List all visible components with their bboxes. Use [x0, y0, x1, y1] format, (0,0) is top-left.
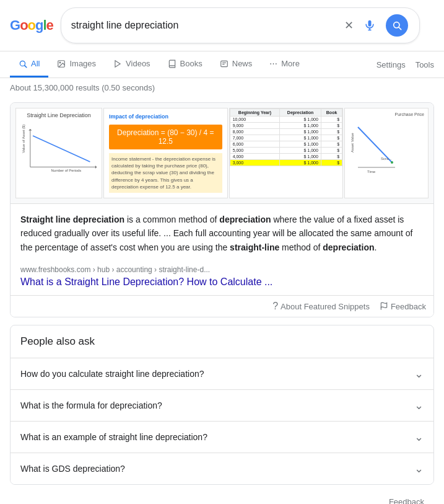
- search-icons: ✕: [343, 13, 409, 38]
- help-icon: ?: [272, 301, 278, 312]
- svg-text:Asset Value: Asset Value: [350, 133, 354, 153]
- paa-question-4: What is GDS depreciation?: [20, 464, 125, 474]
- svg-text:Scra...: Scra...: [381, 157, 392, 161]
- svg-rect-0: [368, 20, 371, 27]
- snippet-body-text: Straight line depreciation is a common m…: [11, 204, 433, 263]
- table-row: 7,000$ 1,000$: [230, 135, 342, 141]
- search-header: Google ✕: [0, 0, 444, 51]
- svg-line-19: [33, 136, 90, 162]
- page-feedback-link[interactable]: Feedback: [10, 492, 434, 504]
- depreciation-graph: Value of Asset ($) Number of Periods: [20, 121, 98, 177]
- graph-panel: Straight Line Depreciation Value of Asse…: [15, 108, 102, 198]
- svg-line-6: [25, 65, 27, 67]
- svg-marker-9: [115, 60, 120, 67]
- chart-panel: Purchase Price Asset Value Time Scra...: [344, 108, 429, 198]
- paa-item-2[interactable]: What is the formula for depreciation? ⌄: [11, 390, 433, 422]
- paa-chevron-4: ⌄: [414, 462, 424, 475]
- paa-chevron-3: ⌄: [414, 430, 424, 444]
- paa-item-4[interactable]: What is GDS depreciation? ⌄: [11, 453, 433, 484]
- formula-box: Depreciation = (80 − 30) / 4 = 12.5: [109, 125, 222, 149]
- table-row-highlight: 3,000$ 1,000$: [230, 160, 342, 166]
- tab-books[interactable]: Books: [159, 51, 211, 77]
- paa-question-2: What is the formula for depreciation?: [20, 400, 162, 410]
- tab-images[interactable]: Images: [48, 51, 105, 77]
- formula-panel: Impact of depreciation Depreciation = (8…: [103, 108, 228, 198]
- paa-chevron-1: ⌄: [414, 367, 424, 381]
- graph-title: Straight Line Depreciation: [20, 112, 98, 118]
- svg-text:Number of Periods: Number of Periods: [51, 169, 81, 172]
- search-bar: ✕: [61, 7, 420, 43]
- snippet-footer: ? About Featured Snippets Feedback: [11, 295, 433, 317]
- paa-question-3: What is an example of straight line depr…: [20, 432, 207, 442]
- paa-question-1: How do you calculate straight line depre…: [20, 369, 204, 379]
- table-row: 10,000$ 1,000$: [230, 117, 342, 123]
- table-row: 8,000$ 1,000$: [230, 129, 342, 135]
- people-also-ask-section: People also ask How do you calculate str…: [10, 325, 434, 485]
- table-row: 6,000$ 1,000$: [230, 141, 342, 148]
- table-row: 5,000$ 1,000$: [230, 148, 342, 154]
- tools-link[interactable]: Tools: [416, 60, 434, 69]
- search-input[interactable]: [71, 20, 343, 31]
- tab-news-label: News: [232, 59, 253, 68]
- source-area: www.freshbooks.com › hub › accounting › …: [11, 263, 433, 295]
- settings-link[interactable]: Settings: [377, 60, 406, 69]
- tab-videos-label: Videos: [126, 59, 150, 68]
- nav-right: Settings Tools: [377, 60, 434, 69]
- svg-marker-15: [95, 166, 97, 169]
- clear-button[interactable]: ✕: [343, 17, 355, 33]
- featured-snippet-card: Straight Line Depreciation Value of Asse…: [10, 102, 434, 317]
- table-row: 9,000$ 1,000$: [230, 123, 342, 129]
- svg-marker-16: [28, 129, 32, 131]
- svg-point-8: [60, 62, 61, 63]
- paa-item-1[interactable]: How do you calculate straight line depre…: [11, 358, 433, 390]
- about-snippets-label: About Featured Snippets: [281, 302, 370, 311]
- google-logo: Google: [10, 17, 53, 33]
- table-header-book: Book: [321, 109, 342, 117]
- svg-point-25: [391, 161, 393, 164]
- depreciation-table: Beginning Year) Depreciation Book 10,000…: [230, 108, 343, 166]
- table-row: 4,000$ 1,000$: [230, 154, 342, 160]
- tab-more-label: More: [281, 59, 300, 68]
- source-link[interactable]: What is a Straight Line Depreciation? Ho…: [20, 276, 272, 287]
- table-header-year: Beginning Year): [230, 109, 280, 117]
- voice-search-button[interactable]: [362, 18, 377, 33]
- nav-tabs: All Images Videos Books News ⋯ More Sett…: [0, 51, 444, 78]
- tab-all[interactable]: All: [10, 51, 48, 77]
- source-url: www.freshbooks.com › hub › accounting › …: [20, 265, 424, 274]
- paa-item-3[interactable]: What is an example of straight line depr…: [11, 422, 433, 453]
- svg-text:Value of Asset ($): Value of Asset ($): [22, 125, 25, 153]
- tab-videos[interactable]: Videos: [105, 51, 159, 77]
- tab-more[interactable]: ⋯ More: [261, 51, 308, 77]
- main-content: Straight Line Depreciation Value of Asse…: [0, 97, 444, 504]
- snippet-image-area: Straight Line Depreciation Value of Asse…: [11, 103, 433, 204]
- chart-purchase-label: Purchase Price: [349, 112, 424, 117]
- table-header-dep: Depreciation: [280, 109, 321, 117]
- paa-title: People also ask: [11, 325, 433, 358]
- flag-icon: [380, 302, 388, 311]
- table-panel: Beginning Year) Depreciation Book 10,000…: [229, 108, 344, 198]
- formula-desc: Income statement - the depreciation expe…: [109, 153, 222, 193]
- asset-value-chart: Asset Value Time Scra...: [349, 118, 398, 174]
- search-submit-button[interactable]: [385, 13, 409, 38]
- about-featured-snippets-link[interactable]: ? About Featured Snippets: [272, 301, 370, 312]
- snippet-feedback-link[interactable]: Feedback: [380, 302, 426, 311]
- snippet-feedback-label: Feedback: [391, 302, 426, 311]
- formula-title: Impact of depreciation: [109, 113, 222, 120]
- svg-line-4: [399, 27, 401, 30]
- results-count: About 15,300,000 results (0.50 seconds): [0, 78, 444, 97]
- tab-news[interactable]: News: [211, 51, 261, 77]
- svg-text:Time: Time: [367, 170, 376, 174]
- tab-images-label: Images: [69, 59, 96, 68]
- paa-chevron-2: ⌄: [414, 399, 424, 412]
- tab-all-label: All: [31, 59, 40, 68]
- tab-books-label: Books: [180, 59, 202, 68]
